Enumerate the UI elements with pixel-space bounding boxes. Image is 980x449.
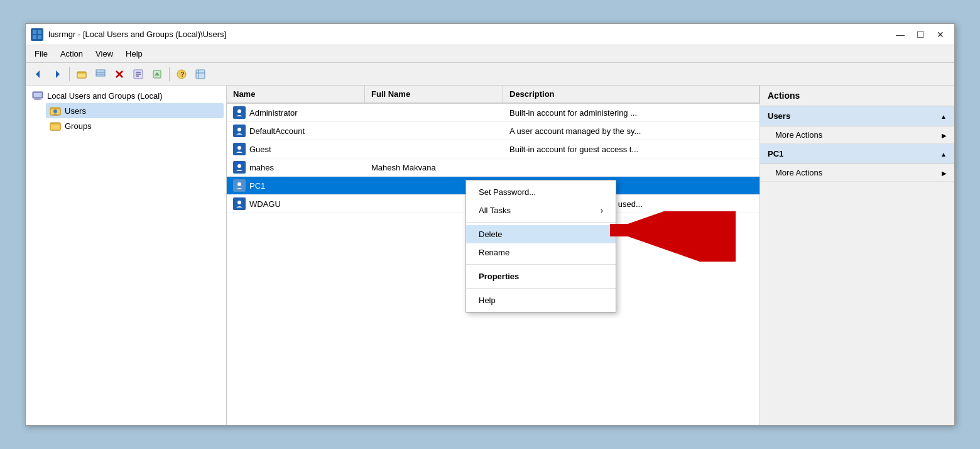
user-icon [233, 197, 246, 210]
username: WDAGU [249, 199, 281, 209]
user-icon [233, 143, 246, 155]
app-icon [31, 28, 43, 41]
ctx-set-password[interactable]: Set Password... [466, 183, 616, 201]
description-cell: Built-in account for guest access t... [503, 142, 760, 157]
minimize-button[interactable]: — [891, 28, 909, 42]
sidebar-item-users[interactable]: Users [46, 103, 224, 118]
ctx-help[interactable]: Help [466, 291, 616, 309]
row-icon-default: DefaultAccount [233, 125, 359, 137]
menu-action[interactable]: Action [54, 47, 89, 60]
svg-marker-4 [36, 70, 40, 78]
browse-button[interactable] [73, 66, 90, 82]
svg-point-37 [237, 182, 241, 186]
ctx-properties-label: Properties [479, 272, 519, 281]
actions-more-users[interactable]: More Actions [760, 126, 954, 144]
user-icon [233, 125, 246, 137]
svg-rect-27 [34, 99, 41, 100]
svg-marker-5 [56, 70, 60, 78]
more-actions-users-label: More Actions [775, 130, 822, 140]
svg-point-34 [237, 128, 241, 131]
svg-text:?: ? [180, 70, 185, 78]
description-cell [503, 165, 760, 170]
list-button[interactable] [92, 66, 109, 82]
col-header-fullname[interactable]: Full Name [365, 86, 503, 103]
mmc-button[interactable] [192, 66, 209, 82]
users-label: Users [65, 106, 86, 116]
ctx-all-tasks[interactable]: All Tasks › [466, 201, 616, 219]
actions-section-users-label: Users [768, 111, 790, 121]
user-name-cell: PC1 [227, 177, 365, 194]
user-name-cell: DefaultAccount [227, 122, 365, 140]
sidebar-item-root[interactable]: Local Users and Groups (Local) [28, 88, 224, 103]
ctx-all-tasks-label: All Tasks [479, 206, 511, 215]
groups-label: Groups [65, 121, 92, 131]
svg-point-38 [237, 201, 241, 204]
description-cell: A user account managed by the sy... [503, 124, 760, 138]
ctx-delete-label: Delete [479, 230, 503, 239]
ctx-rename[interactable]: Rename [466, 243, 616, 262]
fullname-cell: Mahesh Makvana [365, 160, 503, 175]
more-actions-pc1-label: More Actions [775, 168, 822, 177]
svg-rect-2 [33, 35, 36, 39]
properties-button[interactable] [129, 66, 147, 82]
actions-section-pc1[interactable]: PC1 [760, 144, 954, 164]
svg-point-36 [237, 164, 241, 168]
svg-rect-8 [96, 70, 105, 76]
user-name-cell: Administrator [227, 104, 365, 121]
svg-rect-25 [34, 93, 41, 97]
table-row[interactable]: DefaultAccount A user account managed by… [227, 122, 760, 140]
toolbar-sep-2 [169, 67, 170, 81]
username: DefaultAccount [249, 126, 305, 136]
chevron-up-icon-2 [940, 149, 947, 158]
sidebar: Local Users and Groups (Local) Users [26, 86, 227, 425]
svg-rect-3 [38, 35, 41, 39]
ctx-properties[interactable]: Properties [466, 267, 616, 285]
sidebar-children: Users Groups [46, 103, 224, 133]
maximize-button[interactable]: ☐ [912, 28, 929, 42]
svg-rect-26 [35, 98, 40, 99]
col-header-description[interactable]: Description [503, 86, 760, 103]
username: Administrator [249, 108, 298, 118]
root-label: Local Users and Groups (Local) [47, 91, 163, 101]
ctx-delete[interactable]: Delete [466, 225, 616, 243]
main-window: lusrmgr - [Local Users and Groups (Local… [25, 23, 955, 426]
menu-view[interactable]: View [89, 47, 119, 60]
svg-point-35 [237, 146, 241, 150]
table-row[interactable]: Guest Built-in account for guest access … [227, 140, 760, 158]
svg-rect-0 [33, 30, 36, 34]
context-menu: Set Password... All Tasks › Delete Renam… [466, 180, 616, 313]
chevron-right-icon [942, 130, 947, 140]
fullname-cell [365, 147, 503, 152]
main-content: Local Users and Groups (Local) Users [26, 86, 954, 425]
menu-bar: File Action View Help [26, 45, 954, 63]
export-button[interactable] [148, 66, 166, 82]
help-button[interactable]: ? [173, 66, 190, 82]
forward-button[interactable] [48, 66, 66, 82]
table-row[interactable]: Administrator Built-in account for admin… [227, 104, 760, 122]
actions-section-users[interactable]: Users [760, 106, 954, 126]
sidebar-item-groups[interactable]: Groups [46, 118, 224, 133]
chevron-right-icon-2 [942, 168, 947, 177]
back-button[interactable] [30, 66, 47, 82]
chevron-up-icon [940, 111, 947, 121]
svg-rect-32 [50, 124, 60, 130]
users-folder-icon [50, 105, 61, 116]
close-button[interactable]: ✕ [932, 28, 949, 42]
table-row[interactable]: mahes Mahesh Makvana [227, 158, 760, 177]
toolbar-sep-1 [69, 67, 70, 81]
menu-file[interactable]: File [28, 47, 54, 60]
description-cell: Built-in account for administering ... [503, 106, 760, 120]
actions-more-pc1[interactable]: More Actions [760, 164, 954, 182]
ctx-separator-2 [466, 264, 616, 265]
ctx-set-password-label: Set Password... [479, 187, 536, 197]
delete-button[interactable] [111, 66, 128, 82]
row-icon-wdagu: WDAGU [233, 197, 359, 210]
menu-help[interactable]: Help [119, 47, 149, 60]
user-icon [233, 106, 246, 119]
row-icon-pc1: PC1 [233, 179, 359, 192]
col-header-name[interactable]: Name [227, 86, 365, 103]
actions-header: Actions [760, 86, 954, 106]
content-area: Name Full Name Description Administrator… [227, 86, 760, 425]
user-name-cell: WDAGU [227, 195, 365, 213]
actions-section-pc1-label: PC1 [768, 149, 783, 158]
